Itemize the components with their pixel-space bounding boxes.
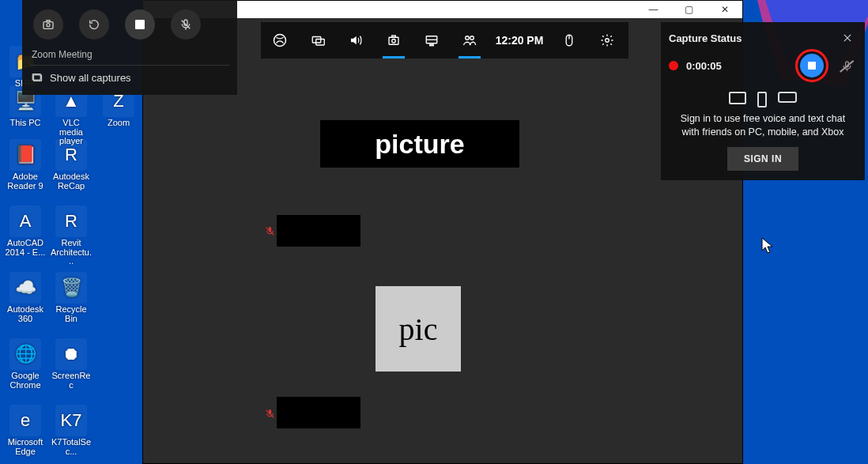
stop-record-button[interactable] — [125, 9, 155, 40]
desktop-icon-label: Zoom — [108, 119, 130, 128]
svg-rect-7 — [392, 36, 396, 37]
capture-status-title: Capture Status — [669, 32, 742, 44]
desktop-icon[interactable]: eMicrosoft Edge — [5, 405, 46, 456]
desktop-icon[interactable]: AAutoCAD 2014 - E... — [5, 206, 46, 257]
svg-rect-3 — [312, 37, 321, 43]
close-capture-status-button[interactable] — [838, 28, 857, 47]
gamebar-clock: 12:20 PM — [489, 22, 550, 58]
desktop-icon-glyph: R — [55, 206, 87, 237]
desktop-icon-label: Recycle Bin — [51, 305, 92, 323]
mic-off-icon[interactable] — [836, 55, 857, 76]
audio-icon[interactable] — [337, 22, 375, 58]
desktop-icon-label: ScreenRec — [51, 372, 92, 390]
capture-status-panel: Capture Status 0:00:05 Sign in to use fr… — [661, 22, 865, 180]
maximize-button[interactable]: ▢ — [671, 1, 707, 18]
participant-label: picture — [375, 129, 464, 160]
desktop-icon-label: Autodesk ReCap — [51, 172, 92, 191]
participant-tile-small-1 — [277, 215, 360, 247]
record-last-button[interactable] — [79, 9, 109, 40]
screenshot-button[interactable] — [33, 9, 63, 40]
svg-rect-4 — [316, 40, 325, 46]
xbox-icon[interactable] — [261, 22, 299, 58]
mouse-icon[interactable] — [550, 22, 588, 58]
svg-rect-15 — [43, 22, 53, 29]
device-icons — [669, 84, 857, 112]
desktop-icon[interactable]: 🗑️Recycle Bin — [51, 272, 92, 323]
svg-point-14 — [606, 39, 609, 43]
console-icon — [778, 92, 797, 103]
svg-point-6 — [392, 40, 396, 43]
svg-rect-27 — [845, 61, 848, 66]
mic-muted-icon — [264, 408, 275, 419]
broadcast-icon[interactable] — [299, 22, 337, 58]
svg-point-11 — [470, 36, 474, 40]
signin-prompt-text: Sign in to use free voice and text chat … — [669, 112, 857, 139]
settings-icon[interactable] — [588, 22, 626, 58]
svg-rect-5 — [389, 37, 398, 44]
desktop-icon[interactable]: RRevit Architectu... — [51, 206, 92, 266]
recording-indicator-icon — [669, 61, 678, 70]
show-all-captures-button[interactable]: Show all captures — [30, 65, 229, 90]
svg-point-10 — [466, 36, 470, 40]
desktop-icon-glyph: 📕 — [9, 139, 41, 171]
participant-tile-small-2 — [277, 397, 360, 428]
desktop-icon[interactable]: RAutodesk ReCap — [51, 139, 92, 191]
svg-rect-17 — [47, 21, 50, 22]
capture-target-label: Zoom Meeting — [30, 47, 229, 65]
stop-recording-button[interactable] — [800, 54, 824, 77]
desktop-icon-label: This PC — [9, 119, 40, 128]
desktop-icon-label: Adobe Reader 9 — [5, 172, 46, 191]
desktop-icon-label: Microsoft Edge — [5, 438, 46, 456]
desktop-icon-label: Autodesk 360 — [5, 305, 46, 323]
participant-tile-avatar: pic — [376, 286, 461, 372]
desktop-icon-glyph: 🌐 — [9, 338, 41, 370]
desktop-icon-glyph: K7 — [55, 405, 87, 436]
desktop-icon[interactable]: K7K7TotalSec... — [51, 405, 92, 456]
desktop-icon-glyph: ⏺ — [55, 338, 87, 370]
desktop-icon[interactable]: 🌐Google Chrome — [5, 338, 46, 390]
capture-icon[interactable] — [375, 22, 413, 58]
desktop-icon-label: AutoCAD 2014 - E... — [5, 239, 46, 257]
desktop-icon-label: Revit Architectu... — [51, 239, 92, 266]
desktop-icon-label: K7TotalSec... — [51, 438, 92, 456]
svg-point-16 — [47, 24, 50, 27]
svg-rect-9 — [430, 44, 434, 46]
capture-widget: Zoom Meeting Show all captures — [22, 0, 237, 95]
avatar-label: pic — [399, 311, 438, 348]
desktop-icon[interactable]: ☁️Autodesk 360 — [5, 272, 46, 323]
xbox-social-icon[interactable] — [451, 22, 489, 58]
svg-point-2 — [274, 35, 286, 47]
mic-muted-icon — [264, 225, 275, 236]
game-bar: 12:20 PM — [261, 22, 628, 58]
mic-toggle-button[interactable] — [171, 9, 201, 40]
desktop-icon-glyph: R — [55, 139, 87, 171]
show-all-captures-label: Show all captures — [50, 72, 131, 84]
sign-in-button[interactable]: SIGN IN — [727, 147, 798, 171]
close-button[interactable]: ✕ — [707, 1, 742, 18]
desktop-icon-glyph: A — [9, 206, 41, 237]
desktop-icon-label: Google Chrome — [5, 372, 46, 390]
participant-tile-large: picture — [320, 120, 519, 168]
pc-icon — [729, 92, 746, 104]
desktop-icon-glyph: ☁️ — [9, 272, 41, 304]
desktop-icon-glyph: e — [9, 405, 41, 436]
desktop-icon[interactable]: 📕Adobe Reader 9 — [5, 139, 46, 191]
desktop-icon-glyph: 🗑️ — [55, 272, 87, 304]
desktop-icon[interactable]: ⏺ScreenRec — [51, 338, 92, 390]
recording-elapsed: 0:00:05 — [686, 60, 722, 72]
minimize-button[interactable]: — — [636, 1, 671, 18]
performance-icon[interactable] — [413, 22, 451, 58]
phone-icon — [757, 92, 767, 108]
